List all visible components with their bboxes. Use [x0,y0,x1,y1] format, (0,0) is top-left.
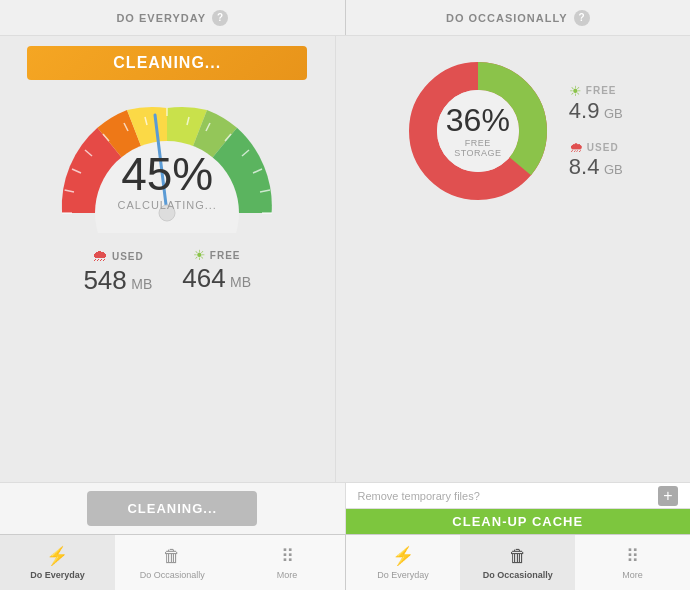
nav-item-do-everyday-right[interactable]: ⚡ Do Everyday [346,535,461,590]
nav-item-more-right[interactable]: ⠿ More [575,535,690,590]
donut-center: 36% FREE STORAGE [440,104,515,158]
header-left-title: DO EVERYDAY [116,12,206,24]
free-unit: MB [230,274,251,290]
help-icon-left[interactable]: ? [212,10,228,26]
free-value-row: 464 MB [182,265,251,291]
donut-container: 36% FREE STORAGE [403,56,553,206]
used-stat: 🌧 USED 548 MB [83,247,152,293]
right-panel: 36% FREE STORAGE ☀ FREE 4.9 GB [336,36,691,482]
nav-label-more-right: More [622,570,643,580]
storage-free-value: 4.9 [569,98,600,123]
storage-labels: ☀ FREE 4.9 GB 🌧 USED 8.4 GB [569,83,623,179]
help-icon-right[interactable]: ? [574,10,590,26]
remove-temp-text: Remove temporary files? [358,490,480,502]
donut-row: 36% FREE STORAGE ☀ FREE 4.9 GB [403,56,623,206]
sun-icon-left: ☀ [193,247,206,263]
used-value-row: 548 MB [83,267,152,293]
gauge-calculating: CALCULATING... [118,199,217,211]
storage-used-item: 🌧 USED 8.4 GB [569,139,623,179]
cleaning-banner: CLEANING... [27,46,307,80]
free-stat: ☀ FREE 464 MB [182,247,251,293]
left-panel: CLEANING... [0,36,336,482]
nav-half-left: ⚡ Do Everyday 🗑 Do Occasionally ⠿ More [0,535,346,590]
remove-temp-row: Remove temporary files? + [346,483,691,509]
nav-half-right: ⚡ Do Everyday 🗑 Do Occasionally ⠿ More [346,535,691,590]
cleanup-cache-button[interactable]: CLEAN-UP CACHE [346,509,691,534]
more-icon-right: ⠿ [626,545,639,567]
storage-used-label-row: 🌧 USED [569,139,619,155]
header-left: DO EVERYDAY ? [0,0,345,35]
gauge-center-text: 45% CALCULATING... [118,151,217,211]
storage-free-label: FREE [586,85,617,96]
used-label-row: 🌧 USED [92,247,144,265]
storage-free-label-row: ☀ FREE [569,83,617,99]
bolt-icon-left: ⚡ [46,545,68,567]
nav-label-occasionally-left: Do Occasionally [140,570,205,580]
storage-used-unit: GB [604,162,623,177]
header-right: DO OCCASIONALLY ? [346,0,691,35]
trash-icon-left: 🗑 [163,546,181,567]
gauge-percent: 45% [118,151,217,197]
header: DO EVERYDAY ? DO OCCASIONALLY ? [0,0,690,36]
nav-item-do-everyday-left[interactable]: ⚡ Do Everyday [0,535,115,590]
bottom-nav: ⚡ Do Everyday 🗑 Do Occasionally ⠿ More ⚡… [0,534,690,590]
free-label-row: ☀ FREE [193,247,241,263]
action-bar: CLEANING... Remove temporary files? + CL… [0,482,690,534]
gauge-container: 45% CALCULATING... [47,93,287,233]
free-label: FREE [210,250,241,261]
bolt-icon-right: ⚡ [392,545,414,567]
action-left: CLEANING... [0,483,346,534]
donut-percent: 36% [440,104,515,136]
nav-item-do-occasionally-right[interactable]: 🗑 Do Occasionally [460,535,575,590]
storage-used-value: 8.4 [569,154,600,179]
header-right-title: DO OCCASIONALLY [446,12,568,24]
sun-icon-right: ☀ [569,83,582,99]
cleaning-button[interactable]: CLEANING... [87,491,257,526]
stats-row: 🌧 USED 548 MB ☀ FREE 464 MB [83,247,251,303]
nav-label-everyday-right: Do Everyday [377,570,429,580]
used-unit: MB [131,276,152,292]
nav-label-everyday-left: Do Everyday [30,570,85,580]
nav-item-do-occasionally-left[interactable]: 🗑 Do Occasionally [115,535,230,590]
storage-free-item: ☀ FREE 4.9 GB [569,83,623,123]
storage-free-unit: GB [604,106,623,121]
nav-label-occasionally-right: Do Occasionally [483,570,553,580]
used-label: USED [112,251,144,262]
rain-cloud-icon: 🌧 [92,247,108,265]
nav-label-more-left: More [277,570,298,580]
storage-used-label: USED [587,142,619,153]
main-content: CLEANING... [0,36,690,482]
rain-cloud-icon-right: 🌧 [569,139,583,155]
more-icon-left: ⠿ [281,545,294,567]
storage-free-value-row: 4.9 GB [569,99,623,123]
used-value: 548 [83,265,126,295]
plus-button[interactable]: + [658,486,678,506]
storage-used-value-row: 8.4 GB [569,155,623,179]
trash-icon-right: 🗑 [509,546,527,567]
nav-item-more-left[interactable]: ⠿ More [230,535,345,590]
action-right: Remove temporary files? + CLEAN-UP CACHE [346,483,691,534]
free-value: 464 [182,263,225,293]
donut-sub-label: FREE STORAGE [440,138,515,158]
